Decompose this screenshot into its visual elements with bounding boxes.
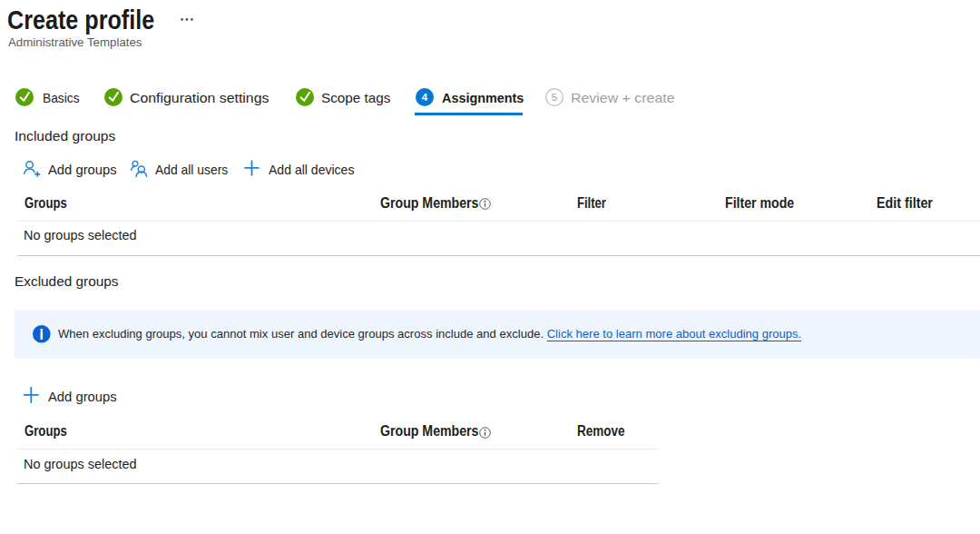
- svg-text:4: 4: [422, 92, 428, 103]
- svg-text:5: 5: [551, 92, 556, 103]
